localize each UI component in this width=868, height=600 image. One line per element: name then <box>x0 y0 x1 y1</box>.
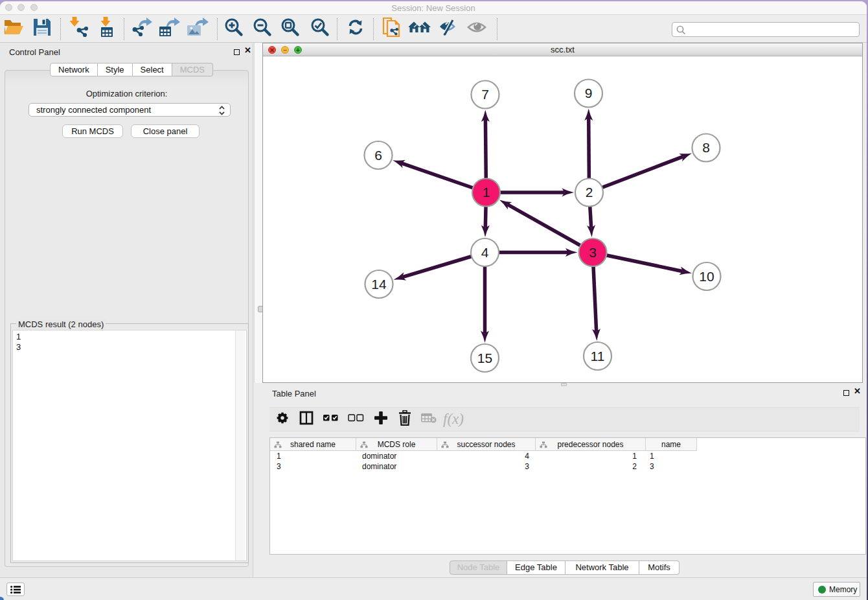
svg-text:11: 11 <box>591 349 605 363</box>
svg-text:9: 9 <box>585 86 593 100</box>
svg-text:6: 6 <box>374 148 382 163</box>
svg-text:10: 10 <box>699 269 714 284</box>
svg-text:14: 14 <box>371 277 387 292</box>
svg-text:8: 8 <box>702 140 710 155</box>
svg-text:7: 7 <box>481 87 489 102</box>
svg-text:2: 2 <box>586 185 593 200</box>
svg-text:3: 3 <box>589 245 597 260</box>
svg-text:1: 1 <box>483 185 490 200</box>
svg-text:4: 4 <box>481 245 489 260</box>
svg-text:15: 15 <box>477 351 492 365</box>
